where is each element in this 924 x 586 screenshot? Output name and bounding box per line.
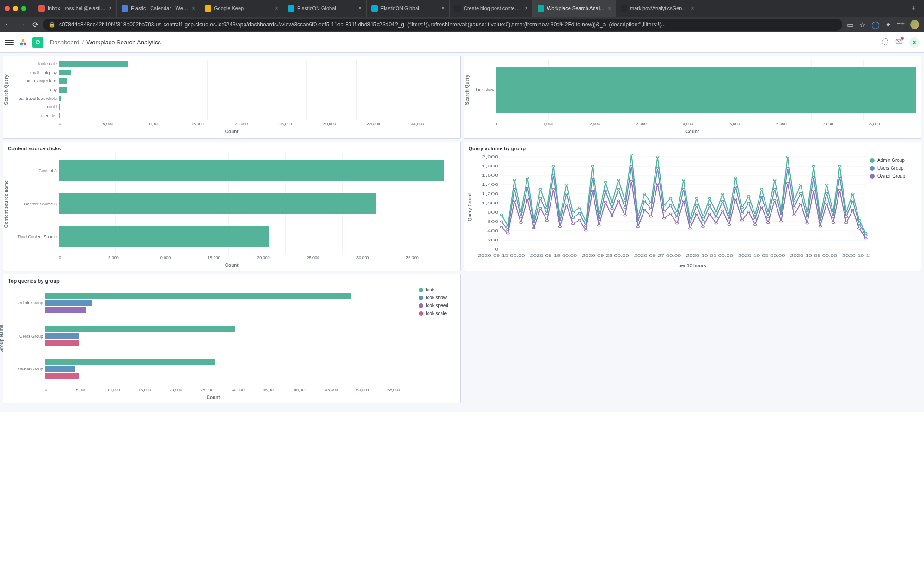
data-point[interactable] [604,201,607,203]
browser-tab[interactable]: ElasticON Global × [367,0,450,17]
data-point[interactable] [565,204,568,205]
browser-tab[interactable]: Inbox - ross.bell@elastic.co - × [34,0,117,17]
data-point[interactable] [721,193,724,195]
data-point[interactable] [721,210,724,211]
data-point[interactable] [773,188,776,190]
data-point[interactable] [630,154,633,155]
data-point[interactable] [734,177,737,179]
legend-item[interactable]: look [419,287,456,292]
bar[interactable] [45,307,86,313]
bar[interactable] [59,96,61,101]
browser-tab[interactable]: Google Keep × [200,0,283,17]
data-point[interactable] [825,184,828,185]
data-point[interactable] [682,188,685,190]
data-point[interactable] [624,215,626,216]
data-point[interactable] [734,186,737,188]
data-point[interactable] [526,177,529,179]
data-point[interactable] [617,200,620,202]
data-point[interactable] [578,207,581,209]
bar[interactable] [59,104,60,110]
hamburger-menu[interactable] [5,40,14,45]
news-count-badge[interactable]: 3 [909,37,919,48]
data-point[interactable] [857,228,860,229]
data-point[interactable] [786,167,789,169]
help-icon[interactable] [881,38,889,47]
data-point[interactable] [545,220,548,222]
data-point[interactable] [799,192,802,194]
data-point[interactable] [786,182,789,184]
data-point[interactable] [721,200,724,202]
bar[interactable] [45,293,351,299]
data-point[interactable] [584,229,587,231]
data-point[interactable] [539,188,542,190]
elastic-logo-icon[interactable] [18,38,28,47]
window-minimize[interactable] [13,6,18,11]
data-point[interactable] [611,202,613,204]
data-point[interactable] [825,203,828,204]
newsfeed-icon[interactable] [895,38,903,47]
data-point[interactable] [695,197,698,199]
data-point[interactable] [617,188,620,190]
data-point[interactable] [708,213,711,215]
data-point[interactable] [838,176,841,178]
data-point[interactable] [552,174,555,176]
data-point[interactable] [715,211,717,213]
data-point[interactable] [760,196,763,198]
data-point[interactable] [552,165,555,167]
data-point[interactable] [630,165,633,167]
data-point[interactable] [844,222,847,224]
close-icon[interactable]: × [608,5,611,12]
data-point[interactable] [799,203,802,204]
data-point[interactable] [708,197,711,199]
data-point[interactable] [571,217,574,219]
bar[interactable] [45,333,79,339]
data-point[interactable] [675,222,678,224]
data-point[interactable] [740,219,743,221]
data-point[interactable] [565,193,568,195]
data-point[interactable] [500,221,502,222]
data-point[interactable] [571,223,574,225]
data-point[interactable] [630,180,633,182]
browser-tab[interactable]: Create blog post content to ill… × [450,0,533,17]
data-point[interactable] [773,199,776,201]
data-point[interactable] [715,222,717,224]
bar[interactable] [45,373,79,379]
data-point[interactable] [728,224,730,226]
data-point[interactable] [812,165,815,167]
new-tab-button[interactable]: + [907,4,919,12]
browser-tab[interactable]: Elastic - Calendar - Week of C × [117,0,200,17]
close-icon[interactable]: × [275,5,278,12]
data-point[interactable] [643,200,646,202]
reload-button[interactable]: ⟳ [32,20,38,29]
data-point[interactable] [708,204,711,206]
bar[interactable] [45,366,75,372]
back-button[interactable]: ← [5,20,12,29]
data-point[interactable] [604,181,607,183]
data-point[interactable] [780,221,783,222]
legend-item[interactable]: Admin Group [870,158,916,163]
data-point[interactable] [812,190,815,191]
data-point[interactable] [819,225,821,227]
data-point[interactable] [753,218,756,220]
data-point[interactable] [649,216,652,217]
data-point[interactable] [793,214,795,216]
data-point[interactable] [611,208,613,210]
data-point[interactable] [539,197,542,199]
data-point[interactable] [786,156,789,158]
data-point[interactable] [675,216,678,218]
data-point[interactable] [851,200,854,202]
reader-icon[interactable]: ▭ [847,20,854,29]
data-point[interactable] [799,184,802,185]
data-point[interactable] [760,206,763,208]
data-point[interactable] [760,188,763,190]
data-point[interactable] [662,217,665,219]
data-point[interactable] [597,224,600,226]
bar[interactable] [45,300,92,306]
data-point[interactable] [806,222,808,224]
circle-ext-icon[interactable]: ◯ [871,20,880,29]
address-bar[interactable]: 🔒 c078d4d848dc42b19f4f318a002ba703.us-ce… [43,19,842,31]
browser-tab[interactable]: ElasticON Global × [283,0,367,17]
space-badge[interactable]: D [32,37,43,48]
data-point[interactable] [520,216,522,218]
data-point[interactable] [688,228,691,229]
